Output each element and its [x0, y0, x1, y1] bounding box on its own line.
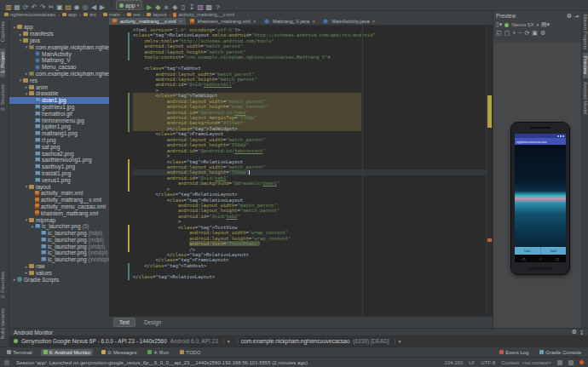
tree-item[interactable]: ▾layout: [9, 183, 109, 190]
tree-item[interactable]: traidat1.png: [9, 170, 109, 177]
breadcrumb-item[interactable]: nghiencuuvecacsao: [4, 12, 55, 17]
screenshot-icon[interactable]: ▣: [532, 30, 538, 37]
orientation-icon[interactable]: ▯▾: [496, 21, 502, 28]
editor-tab[interactable]: activity_mattrang__v.xml✕: [109, 18, 187, 25]
tree-item[interactable]: ▾mipmap: [9, 216, 109, 223]
tree-item[interactable]: ▾java: [9, 37, 109, 44]
device-selector[interactable]: Genymotion Google Nexus 6P - 6.0.0 - API…: [21, 338, 167, 344]
encoding-indicator[interactable]: UTF-8: [481, 360, 495, 365]
editor-gutter[interactable]: [109, 26, 132, 316]
tool-window-button[interactable]: Gradle Console: [537, 349, 584, 356]
tree-item[interactable]: gioithieu1.jpg: [9, 104, 109, 111]
breadcrumb-item[interactable]: main: [103, 12, 120, 17]
device-dropdown-arrow[interactable]: ▼: [223, 338, 233, 345]
gear-icon[interactable]: ⚙: [572, 329, 577, 335]
tree-item[interactable]: Menu_cacsao: [9, 64, 109, 71]
tree-item[interactable]: ic_launcher.png(xxxhdpi): [9, 256, 109, 263]
tab-design[interactable]: Design: [138, 318, 167, 327]
breadcrumb-item[interactable]: src: [84, 12, 96, 17]
tree-item[interactable]: ic_launcher.png(hdpi): [9, 230, 109, 237]
editor-tab[interactable]: Mattrang_V.java✕: [261, 18, 320, 25]
run-configuration-select[interactable]: app ▾: [116, 0, 142, 10]
close-tab-icon[interactable]: ✕: [179, 19, 182, 24]
tree-item[interactable]: hemattroi.gif: [9, 110, 109, 117]
tree-item[interactable]: ▾app: [9, 24, 109, 31]
line-ending-indicator[interactable]: LF: [469, 360, 475, 365]
code-line[interactable]: </class="tag">RelativeLayout>: [133, 274, 486, 279]
tool-window-button[interactable]: Event Log: [497, 349, 531, 356]
breadcrumb-item[interactable]: activity_mattrang__v.xml: [173, 12, 234, 17]
tree-item[interactable]: Mattrang_V: [9, 57, 109, 64]
preview-device-select[interactable]: Nexus 5X: [511, 22, 533, 27]
tree-item[interactable]: activity_mattrang__v.xml: [9, 197, 109, 204]
tree-item[interactable]: rf.png: [9, 137, 109, 144]
error-stripe-mark[interactable]: [487, 95, 492, 128]
tree-item[interactable]: ▸manifests: [9, 31, 109, 37]
tree-item[interactable]: saohoa2.png: [9, 150, 109, 157]
process-dropdown-arrow[interactable]: ▼: [395, 338, 405, 345]
tree-item[interactable]: saf.png: [9, 143, 109, 150]
tree-item[interactable]: saothienvuong1.png: [9, 157, 109, 163]
tree-item[interactable]: ▾res: [9, 77, 109, 83]
preview-settings-icon[interactable]: ⚙: [540, 30, 545, 37]
tool-window-toggle-icon[interactable]: [4, 360, 9, 365]
tree-item[interactable]: ▾ic_launcher.png(5): [9, 223, 109, 230]
minimize-icon[interactable]: ↧: [579, 330, 584, 335]
zoom-to-fit-icon[interactable]: ◱: [496, 30, 502, 37]
tab-text[interactable]: Text: [113, 318, 135, 327]
tree-item[interactable]: ic_launcher.png(xhdpi): [9, 243, 109, 249]
error-stripe[interactable]: [486, 26, 493, 316]
refresh-icon[interactable]: ⟳: [524, 30, 529, 37]
tree-item[interactable]: ic_launcher.png(xxhdpi): [9, 249, 109, 256]
tool-strip-button[interactable]: Captures: [0, 18, 5, 45]
tree-item[interactable]: ic_launcher.png(mdpi): [9, 237, 109, 244]
lock-icon[interactable]: [557, 360, 562, 365]
close-tab-icon[interactable]: ✕: [312, 19, 315, 24]
tool-strip-button[interactable]: 2: Favorites: [0, 268, 5, 301]
caret-position[interactable]: 104:150: [445, 360, 464, 365]
breadcrumb-item[interactable]: layout: [147, 12, 166, 17]
code-editor[interactable]: <?xml version="1.0" encoding="utf-8"?><c…: [109, 26, 493, 316]
tree-item[interactable]: ▸Gradle Scripts: [9, 276, 109, 283]
phone-tab[interactable]: Tab2: [541, 247, 567, 255]
tool-strip-button[interactable]: 2: Structure: [0, 81, 5, 114]
tree-item[interactable]: jupiter1.png: [9, 123, 109, 130]
zoom-actual-icon[interactable]: ▢: [504, 30, 510, 37]
hector-icon[interactable]: [568, 360, 574, 365]
tool-window-button[interactable]: TODO: [177, 349, 203, 356]
gear-icon[interactable]: ⚙: [567, 13, 572, 20]
tool-strip-button[interactable]: Android Model: [583, 78, 588, 118]
theme-select-icon[interactable]: ▤▾: [541, 21, 550, 28]
tree-item[interactable]: activity_menu_cacsao.xml: [9, 204, 109, 210]
tool-strip-button[interactable]: Maven Projects: [583, 11, 588, 53]
close-tab-icon[interactable]: ✕: [253, 19, 257, 24]
breadcrumb-item[interactable]: res: [127, 12, 140, 17]
editor-tab[interactable]: khainiem_mattrang.xml✕: [187, 18, 261, 25]
phone-tab[interactable]: Tab1: [515, 247, 541, 255]
zoom-in-icon[interactable]: +: [512, 30, 516, 37]
tree-item[interactable]: ▸anim: [9, 83, 109, 90]
tool-window-button[interactable]: 6: Android Monitor: [41, 349, 94, 356]
tree-item[interactable]: saothuy1.png: [9, 163, 109, 170]
tree-item[interactable]: khainiem_mattrang.xml: [9, 209, 109, 216]
tree-item[interactable]: ▾com.example.nickpham.nghiencuu: [9, 43, 109, 50]
error-stripe-mark[interactable]: [487, 238, 492, 242]
code-area[interactable]: <?xml version="1.0" encoding="utf-8"?><c…: [133, 27, 486, 279]
tree-item[interactable]: mattrang1.png: [9, 130, 109, 137]
tree-item[interactable]: doan1.jpg: [9, 97, 109, 104]
process-selector[interactable]: com.example.nickpham.nghiencuuvecacsao: [241, 338, 350, 344]
tool-window-button[interactable]: Terminal: [4, 349, 35, 356]
tool-strip-button[interactable]: 1: Project: [0, 49, 5, 77]
editor-tab[interactable]: MainActivity.java✕: [320, 18, 379, 25]
zoom-out-icon[interactable]: −: [518, 30, 522, 37]
tree-item[interactable]: activity_main.xml: [9, 190, 109, 197]
tree-item[interactable]: ▸raw: [9, 263, 109, 270]
breadcrumb-item[interactable]: app: [62, 12, 77, 17]
tree-item[interactable]: ▸com.example.nickpham.nghiencuu: [9, 71, 109, 77]
tree-item[interactable]: ▸values: [9, 269, 109, 276]
tool-strip-button[interactable]: Preview: [583, 53, 588, 77]
project-tree[interactable]: ▾app▸manifests▾java▾com.example.nickpham…: [9, 18, 109, 328]
tool-strip-button[interactable]: Build Variants: [0, 305, 5, 343]
tree-item[interactable]: hinhnenmenu.jpg: [9, 117, 109, 123]
tree-item[interactable]: MainActivity: [9, 50, 109, 57]
